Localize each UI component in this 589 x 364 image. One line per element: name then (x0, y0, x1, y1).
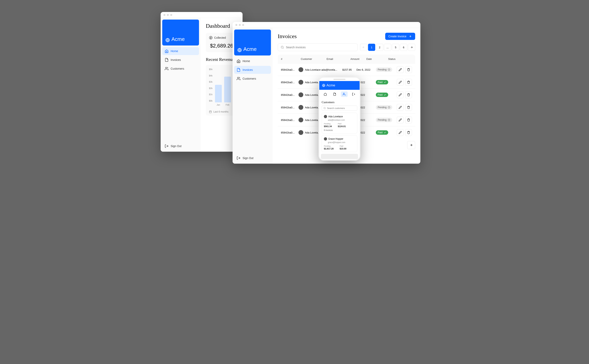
pagination: 1 2 ... 5 6 (360, 44, 415, 51)
status-badge: Pending (376, 67, 392, 72)
search-input[interactable] (322, 106, 357, 111)
edit-button[interactable] (397, 79, 404, 86)
sidebar-item-home[interactable]: Home (162, 47, 199, 55)
arrow-right-icon (410, 143, 413, 147)
cell-status: Pending (376, 118, 397, 122)
stat-value: $561.34 (324, 125, 332, 128)
delete-button[interactable] (405, 66, 412, 73)
brand-logo[interactable]: Acme (319, 81, 360, 90)
search-field[interactable] (286, 46, 355, 49)
cell-date: Dec 6, 2022 (356, 68, 376, 71)
status-badge: Paid (376, 80, 388, 84)
sidebar-item-customers[interactable]: Customers (234, 75, 271, 83)
signout-button[interactable]: Sign Out (162, 142, 199, 150)
customer-card[interactable]: Grace Hopper grace@hopper.com Pending$2,… (322, 135, 357, 152)
logout-icon (165, 144, 169, 148)
cell-customer: Ada Lovela... (299, 117, 321, 122)
col-id: # (281, 58, 301, 60)
nav-customers[interactable] (341, 91, 348, 97)
users-icon (165, 67, 169, 71)
edit-button[interactable] (397, 129, 404, 136)
edit-button[interactable] (397, 66, 404, 73)
delete-button[interactable] (405, 104, 412, 111)
search-field[interactable] (327, 107, 355, 109)
ytick: $1k (209, 93, 213, 96)
brand-name: Acme (243, 46, 256, 52)
delete-button[interactable] (405, 79, 412, 86)
bottom-sheet[interactable] (321, 154, 358, 159)
status-badge: Pending (376, 118, 392, 122)
traffic-light-icon (163, 14, 165, 16)
ytick: $4k (209, 74, 213, 77)
globe-icon (237, 48, 242, 52)
avatar (299, 67, 303, 72)
traffic-light-icon (170, 14, 172, 16)
cell-customer: Ada Lovela... (299, 105, 321, 110)
nav-invoices[interactable] (331, 91, 338, 97)
avatar (299, 92, 303, 97)
window-chrome (233, 22, 420, 28)
nav-home[interactable] (322, 91, 329, 97)
window-chrome (161, 12, 242, 18)
col-status: Status (388, 58, 412, 60)
svg-point-5 (237, 77, 239, 79)
chart-xlabel: Jan (217, 104, 220, 106)
chart-footer-label: Last 6 months (213, 110, 228, 113)
page-button[interactable]: 1 (368, 44, 375, 51)
next-page-button[interactable] (407, 141, 415, 149)
brand-name: Acme (171, 36, 185, 42)
ytick: $0k (209, 100, 213, 102)
table-row: 85842ba0... Ada Lovelace ada@lovela... $… (278, 63, 415, 76)
page-prev-button[interactable] (360, 44, 367, 51)
col-date: Date (366, 58, 388, 60)
signout-button[interactable]: Sign Out (234, 154, 271, 162)
sidebar-item-label: Customers (242, 77, 256, 80)
home-icon (237, 59, 241, 63)
cell-customer: Ada Lovela... (299, 80, 321, 84)
traffic-light-icon (167, 14, 169, 16)
search-icon (281, 46, 284, 49)
sidebar-item-invoices[interactable]: Invoices (234, 66, 271, 74)
edit-button[interactable] (397, 104, 404, 111)
sidebar: Acme Home Invoices Customers Si (161, 18, 201, 152)
page-button[interactable]: 5 (392, 44, 399, 51)
window-dashboard: Acme Home Invoices Customers Si (161, 12, 242, 152)
delete-button[interactable] (405, 91, 412, 98)
sidebar-item-customers[interactable]: Customers (162, 65, 199, 73)
page-title: Customers (322, 101, 357, 104)
delete-button[interactable] (405, 129, 412, 136)
edit-button[interactable] (397, 117, 404, 123)
button-label: Create Invoice (388, 35, 406, 38)
globe-icon (165, 38, 170, 42)
stat-label: Paid (338, 123, 346, 125)
avatar (299, 105, 303, 110)
page-next-button[interactable] (408, 44, 415, 51)
chart-xlabel: Feb (226, 104, 229, 106)
customer-card[interactable]: Ada Lovelace ada@lovelace.com Pending$56… (322, 113, 357, 134)
page-ellipsis: ... (384, 44, 391, 51)
search-input[interactable] (278, 44, 358, 51)
mobile-customers: Acme Customers Ada Lovelace ada@lovelace… (318, 77, 361, 161)
brand-logo[interactable]: Acme (234, 30, 271, 55)
nav-signout[interactable] (350, 91, 357, 97)
phone-notch (334, 79, 345, 80)
money-icon (209, 36, 213, 39)
edit-button[interactable] (397, 91, 404, 98)
cell-email: ada@lovela... (321, 68, 342, 71)
ytick: $5k (209, 68, 213, 71)
page-button[interactable]: 6 (400, 44, 407, 51)
brand-logo[interactable]: Acme (162, 20, 199, 46)
plus-icon (409, 35, 412, 38)
page-button[interactable]: 2 (376, 44, 383, 51)
svg-point-1 (165, 67, 167, 69)
cell-status: Pending (376, 67, 397, 72)
ytick: $3k (209, 81, 213, 83)
create-invoice-button[interactable]: Create Invoice (385, 33, 415, 40)
cell-id: 85842ba0... (281, 131, 299, 134)
delete-button[interactable] (405, 117, 412, 123)
avatar (299, 117, 303, 122)
sidebar-item-invoices[interactable]: Invoices (162, 56, 199, 64)
avatar (324, 137, 327, 141)
avatar (324, 115, 327, 118)
sidebar-item-home[interactable]: Home (234, 57, 271, 65)
